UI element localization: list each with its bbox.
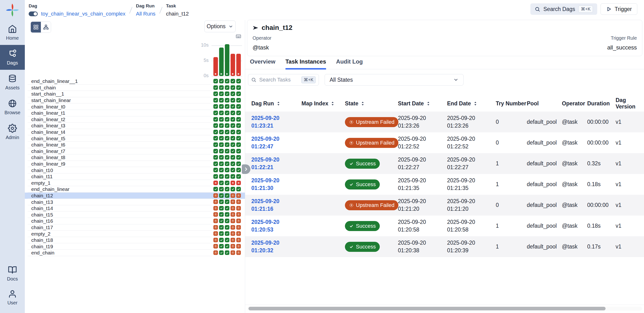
grid-task-row[interactable]: start_chain: [25, 85, 245, 91]
task-instance-square-success[interactable]: [230, 174, 235, 179]
all-runs-link[interactable]: All Runs: [136, 11, 156, 17]
task-instance-square-failed[interactable]: [230, 181, 235, 185]
task-instance-square-success[interactable]: [225, 212, 230, 217]
task-instance-square-success[interactable]: [219, 85, 224, 90]
grid-task-row[interactable]: chain_linear_t4: [25, 129, 245, 135]
dag-run-link[interactable]: 2025-09-2001:22:21: [251, 156, 302, 171]
grid-task-row[interactable]: chain_linear_t3: [25, 123, 245, 129]
task-instance-square-success[interactable]: [214, 174, 218, 179]
task-instance-square-success[interactable]: [230, 92, 235, 96]
dag-pause-toggle[interactable]: [29, 12, 38, 16]
task-instance-square-upstream_failed[interactable]: [214, 238, 218, 242]
task-instance-square-success[interactable]: [236, 111, 241, 115]
grid-task-row[interactable]: empty_2: [25, 231, 245, 237]
task-instance-square-success[interactable]: [230, 111, 235, 115]
task-instance-square-upstream_failed[interactable]: [230, 238, 235, 242]
task-instance-square-upstream_failed[interactable]: [230, 212, 235, 217]
task-instance-square-success[interactable]: [225, 181, 230, 185]
task-instance-square-success[interactable]: [236, 104, 241, 109]
task-instance-square-success[interactable]: [236, 117, 241, 122]
grid-task-row[interactable]: chain_linear_t0: [25, 103, 245, 110]
dag-run-link[interactable]: 2025-09-2001:20:53: [251, 218, 302, 233]
grid-task-row[interactable]: chain_t12: [25, 193, 245, 199]
grid-task-row[interactable]: chain_t10: [25, 167, 245, 173]
task-instance-square-success[interactable]: [236, 130, 241, 134]
task-instance-square-success[interactable]: [230, 79, 235, 83]
task-instance-square-success[interactable]: [230, 162, 235, 166]
task-instance-row[interactable]: 2025-09-2001:23:21Upstream Failed2025-09…: [245, 112, 644, 132]
grid-task-row[interactable]: chain_t13: [25, 199, 245, 205]
task-instance-square-success[interactable]: [225, 85, 230, 90]
task-instance-square-upstream_failed[interactable]: [214, 193, 218, 198]
task-instance-square-success[interactable]: [214, 85, 218, 90]
task-instance-square-upstream_failed[interactable]: [214, 231, 218, 236]
task-instance-square-success[interactable]: [225, 238, 230, 242]
sidebar-item-assets[interactable]: Assets: [0, 70, 25, 95]
task-instance-square-success[interactable]: [236, 92, 241, 96]
task-instance-square-upstream_failed[interactable]: [214, 244, 218, 248]
task-instance-square-failed[interactable]: [236, 181, 241, 185]
grid-task-row[interactable]: chain_t16: [25, 218, 245, 224]
task-instance-square-upstream_failed[interactable]: [230, 199, 235, 204]
task-instance-square-success[interactable]: [219, 225, 224, 230]
task-instance-square-success[interactable]: [219, 104, 224, 109]
task-instance-square-upstream_failed[interactable]: [214, 250, 218, 255]
dag-run-bar[interactable]: [225, 44, 230, 76]
grid-task-row[interactable]: chain_linear_t5: [25, 135, 245, 142]
column-header-start-date[interactable]: Start Date: [398, 100, 447, 107]
task-instance-square-success[interactable]: [219, 187, 224, 191]
dag-run-link[interactable]: 2025-09-2001:23:21: [251, 114, 302, 129]
task-instance-square-success[interactable]: [219, 117, 224, 122]
task-instance-square-success[interactable]: [225, 168, 230, 172]
state-filter-select[interactable]: All States: [325, 74, 464, 86]
task-instance-square-success[interactable]: [230, 98, 235, 103]
sidebar-item-admin[interactable]: Admin: [0, 119, 25, 144]
task-instance-square-upstream_failed[interactable]: [236, 206, 241, 210]
task-instance-square-success[interactable]: [219, 123, 224, 128]
task-instance-square-success[interactable]: [219, 206, 224, 210]
sidebar-item-home[interactable]: Home: [0, 20, 25, 45]
tab-overview[interactable]: Overview: [250, 58, 276, 70]
task-instance-square-success[interactable]: [225, 79, 230, 83]
task-instance-square-success[interactable]: [219, 92, 224, 96]
task-instance-square-success[interactable]: [225, 92, 230, 96]
task-instance-square-upstream_failed[interactable]: [236, 193, 241, 198]
task-instance-square-success[interactable]: [219, 155, 224, 160]
task-instance-square-success[interactable]: [219, 79, 224, 83]
column-header-state[interactable]: State: [345, 100, 398, 107]
task-instance-square-success[interactable]: [214, 117, 218, 122]
task-instance-square-success[interactable]: [230, 168, 235, 172]
grid-task-row[interactable]: empty_1: [25, 180, 245, 186]
grid-task-row[interactable]: start_chain_linear: [25, 97, 245, 104]
grid-task-row[interactable]: chain_linear_t9: [25, 161, 245, 167]
task-instance-square-success[interactable]: [225, 174, 230, 179]
task-instance-square-success[interactable]: [214, 142, 218, 147]
task-instance-square-success[interactable]: [219, 231, 224, 236]
task-instance-square-failed[interactable]: [214, 181, 218, 185]
task-instance-square-success[interactable]: [225, 162, 230, 166]
task-instance-square-success[interactable]: [236, 149, 241, 153]
task-instance-square-success[interactable]: [219, 250, 224, 255]
task-instance-square-upstream_failed[interactable]: [236, 212, 241, 217]
task-instance-square-success[interactable]: [219, 98, 224, 103]
task-instance-square-success[interactable]: [230, 155, 235, 160]
grid-task-row[interactable]: chain_linear_t6: [25, 142, 245, 148]
task-instance-square-success[interactable]: [219, 168, 224, 172]
task-instance-square-success[interactable]: [225, 111, 230, 115]
task-instance-square-success[interactable]: [236, 98, 241, 103]
task-instance-square-success[interactable]: [219, 136, 224, 141]
dag-run-link[interactable]: 2025-09-2001:20:32: [251, 239, 302, 254]
task-instance-square-upstream_failed[interactable]: [214, 225, 218, 230]
task-instance-square-success[interactable]: [236, 155, 241, 160]
task-instance-square-success[interactable]: [214, 79, 218, 83]
grid-task-row[interactable]: end_chain_linear: [25, 186, 245, 193]
dag-run-link[interactable]: 2025-09-2001:22:47: [251, 135, 302, 150]
task-instance-row[interactable]: 2025-09-2001:22:21Success2025-09-2001:22…: [245, 153, 644, 174]
task-instance-square-upstream_failed[interactable]: [236, 225, 241, 230]
task-instance-square-success[interactable]: [225, 104, 230, 109]
task-instance-square-success[interactable]: [225, 244, 230, 248]
task-instance-square-success[interactable]: [214, 162, 218, 166]
task-instance-square-success[interactable]: [225, 136, 230, 141]
task-instance-square-success[interactable]: [219, 199, 224, 204]
task-instance-square-success[interactable]: [219, 193, 224, 198]
